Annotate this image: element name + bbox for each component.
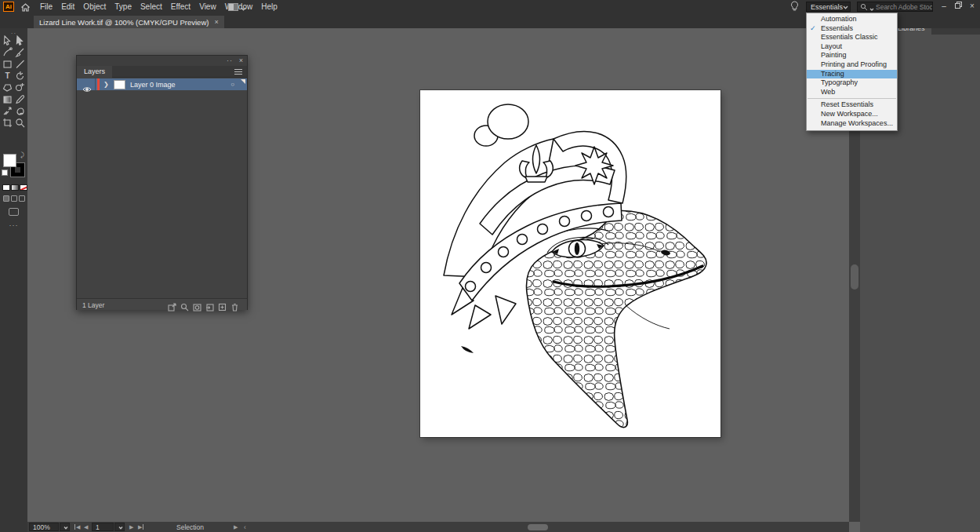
workspace-switcher-button[interactable]: Essentials <box>806 2 851 12</box>
panel-menu-icon[interactable] <box>234 69 242 75</box>
line-segment-tool[interactable] <box>14 58 26 69</box>
chevron-down-icon <box>843 3 848 11</box>
menu-item-essentials-classic[interactable]: Essentials Classic <box>807 33 897 42</box>
menu-effect[interactable]: Effect <box>170 2 191 11</box>
document-tab[interactable]: Lizard Line Work.tif @ 100% (CMYK/GPU Pr… <box>34 16 224 28</box>
status-back-icon[interactable]: ‹ <box>244 523 246 531</box>
curvature-tool[interactable] <box>2 46 13 57</box>
menu-file[interactable]: File <box>39 2 53 11</box>
menu-item-printing-and-proofing[interactable]: Printing and Proofing <box>807 60 897 70</box>
fill-color-swatch[interactable] <box>3 154 16 167</box>
workspace-switcher-label: Essentials <box>811 3 843 11</box>
artboard-number-field[interactable]: 1 <box>92 523 114 531</box>
artboard-dropdown-button[interactable] <box>114 523 125 531</box>
selection-tool[interactable] <box>2 35 13 46</box>
menu-type[interactable]: Type <box>114 2 132 11</box>
status-bar: 100% ◀ ◀ 1 ▶ ▶ Selection ▶ ‹ <box>27 522 849 532</box>
swap-fill-stroke-icon[interactable]: ⤸ <box>20 151 24 159</box>
zoom-dropdown-button[interactable] <box>60 523 70 531</box>
draw-inside-mode[interactable] <box>19 195 25 202</box>
zoom-level-field[interactable]: 100% <box>29 523 59 531</box>
layer-row[interactable]: ❯ Layer 0 Image ○ <box>77 78 247 90</box>
discover-lightbulb-icon[interactable] <box>790 1 799 15</box>
scale-tool[interactable] <box>2 105 13 116</box>
rotate-tool[interactable] <box>14 70 26 81</box>
make-mask-icon[interactable] <box>193 301 201 315</box>
artboard-canvas[interactable] <box>420 90 720 437</box>
menu-item-painting[interactable]: Painting <box>807 51 897 60</box>
edit-toolbar-icon[interactable]: ··· <box>0 221 27 229</box>
collect-for-export-icon[interactable] <box>168 301 176 315</box>
menu-item-layout[interactable]: Layout <box>807 42 897 52</box>
close-window-button[interactable]: × <box>966 0 978 12</box>
zoom-tool[interactable] <box>14 117 26 128</box>
menu-view[interactable]: View <box>198 2 217 11</box>
menu-item-web[interactable]: Web <box>807 88 897 97</box>
last-artboard-icon[interactable]: ▶ <box>138 524 143 530</box>
close-panel-icon[interactable]: × <box>239 56 243 64</box>
artwork-lizard-crown-drawing <box>420 90 720 437</box>
layer-target-circle[interactable]: ○ <box>230 81 234 88</box>
close-tab-icon[interactable]: × <box>214 18 218 26</box>
shape-builder-tool[interactable] <box>14 82 26 93</box>
default-fill-stroke-icon[interactable] <box>2 169 8 176</box>
layers-panel-footer: 1 Layer <box>77 298 247 310</box>
menu-edit[interactable]: Edit <box>60 2 75 11</box>
locate-object-icon[interactable] <box>180 301 189 315</box>
paintbrush-tool[interactable] <box>14 46 26 57</box>
workspace-dropdown-menu: Automation ✓Essentials Essentials Classi… <box>806 13 898 131</box>
layer-color-bar <box>97 78 100 90</box>
direct-selection-tool[interactable] <box>14 35 26 46</box>
horizontal-scrollbar-thumb[interactable] <box>528 524 548 530</box>
search-icon <box>860 0 868 14</box>
rectangle-tool[interactable] <box>2 58 13 69</box>
layers-panel: ·· × Layers ❯ Layer 0 Image ○ 1 Layer <box>76 55 248 310</box>
menu-item-new-workspace[interactable]: New Workspace... <box>807 110 897 119</box>
new-layer-icon[interactable] <box>218 301 227 315</box>
tab-layers[interactable]: Layers <box>77 66 112 78</box>
layer-name[interactable]: Layer 0 Image <box>130 81 176 89</box>
arrange-documents-button[interactable] <box>228 2 247 11</box>
eyedropper-tool[interactable] <box>14 93 26 104</box>
menu-item-tracing[interactable]: Tracing <box>807 70 897 79</box>
layers-panel-titlebar: ·· × <box>77 56 247 66</box>
menu-item-reset-essentials[interactable]: Reset Essentials <box>807 100 897 110</box>
visibility-eye-icon[interactable] <box>82 82 92 96</box>
minimize-button[interactable]: – <box>938 0 950 12</box>
chevron-down-icon <box>241 0 246 14</box>
menu-item-manage-workspaces[interactable]: Manage Workspaces... <box>807 119 897 129</box>
status-flyout-icon[interactable]: ▶ <box>234 524 238 530</box>
disclosure-arrow-icon[interactable]: ❯ <box>103 81 109 88</box>
menu-object[interactable]: Object <box>82 2 107 11</box>
layer-count: 1 Layer <box>82 301 104 309</box>
menu-item-typography[interactable]: Typography <box>807 78 897 88</box>
draw-behind-mode[interactable] <box>11 195 17 202</box>
first-artboard-icon[interactable]: ◀ <box>74 524 80 530</box>
restore-button[interactable] <box>952 0 964 12</box>
search-input[interactable] <box>876 3 932 11</box>
none-button[interactable] <box>20 184 27 191</box>
gradient-button[interactable] <box>11 184 19 191</box>
layer-thumbnail[interactable] <box>114 80 125 89</box>
menu-item-automation[interactable]: Automation <box>807 15 897 24</box>
screen-mode-button[interactable] <box>9 208 19 216</box>
type-tool[interactable]: T <box>2 70 13 81</box>
eraser-tool[interactable] <box>2 82 13 93</box>
collapse-panel-icon[interactable]: ·· <box>227 56 233 64</box>
new-sublayer-icon[interactable] <box>205 301 214 315</box>
menu-help[interactable]: Help <box>260 2 278 11</box>
color-button[interactable] <box>2 184 10 191</box>
menu-item-essentials[interactable]: ✓Essentials <box>807 24 897 34</box>
next-artboard-icon[interactable]: ▶ <box>129 524 133 530</box>
menu-select[interactable]: Select <box>140 2 163 11</box>
lock-column-divider <box>95 78 96 90</box>
hand-tool[interactable] <box>14 105 26 116</box>
adobe-stock-search[interactable] <box>857 2 933 12</box>
home-icon[interactable] <box>20 2 31 16</box>
artboard-tool[interactable] <box>2 117 13 128</box>
previous-artboard-icon[interactable]: ◀ <box>84 524 88 530</box>
delete-layer-icon[interactable] <box>230 301 239 315</box>
gradient-tool[interactable] <box>2 93 13 104</box>
draw-normal-mode[interactable] <box>3 195 9 202</box>
vertical-scrollbar-thumb[interactable] <box>851 264 858 290</box>
